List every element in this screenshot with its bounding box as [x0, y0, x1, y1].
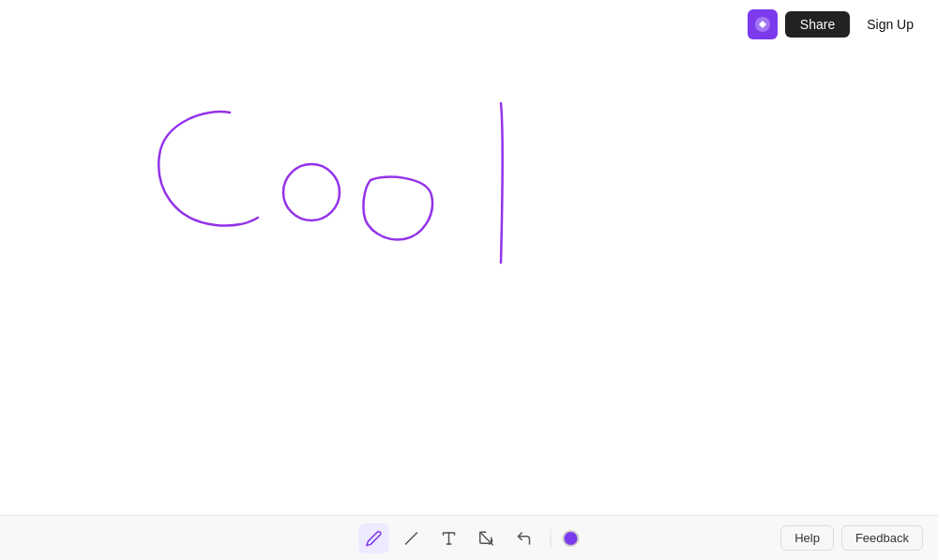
top-bar: Share Sign Up — [733, 0, 938, 49]
toolbar-right: Help Feedback — [780, 525, 923, 551]
logo-button[interactable] — [748, 9, 778, 39]
canvas-area[interactable] — [0, 0, 938, 516]
svg-line-3 — [406, 533, 417, 544]
signup-button[interactable]: Sign Up — [857, 11, 923, 38]
undo-button[interactable] — [509, 523, 539, 553]
help-button[interactable]: Help — [780, 525, 834, 551]
bottom-toolbar: Help Feedback — [0, 515, 938, 560]
drawing-canvas[interactable] — [0, 0, 938, 516]
text-tool[interactable] — [434, 523, 464, 553]
feedback-button[interactable]: Feedback — [841, 525, 923, 551]
share-button[interactable]: Share — [785, 11, 850, 38]
pencil-tool[interactable] — [359, 523, 389, 553]
tool-group — [359, 523, 580, 553]
line-tool[interactable] — [397, 523, 427, 553]
color-picker[interactable] — [563, 530, 580, 547]
toolbar-divider — [551, 529, 552, 548]
svg-point-1 — [761, 23, 764, 26]
svg-point-2 — [283, 164, 340, 220]
fill-tool[interactable] — [472, 523, 502, 553]
